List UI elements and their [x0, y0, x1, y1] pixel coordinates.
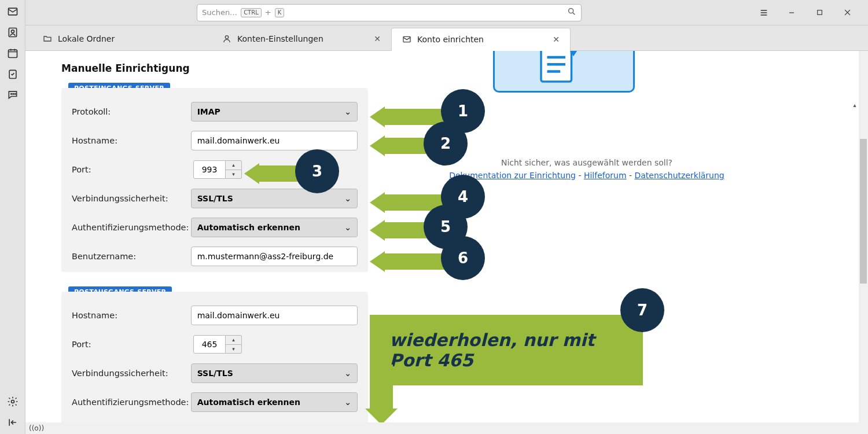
- app-sidebar: [0, 0, 25, 434]
- collapse-icon[interactable]: [7, 417, 19, 428]
- spinner-down-icon[interactable]: ▾: [226, 170, 241, 179]
- outgoing-port-input[interactable]: 465: [193, 335, 226, 354]
- input-value: 993: [202, 165, 218, 174]
- incoming-security-select[interactable]: SSL/TLS⌄: [191, 189, 358, 208]
- row-username: Benutzername: m.mustermann@ass2-freiburg…: [72, 242, 358, 271]
- label-auth: Authentifizierungsmethode:: [72, 398, 191, 407]
- label-username: Benutzername:: [72, 252, 191, 261]
- input-value: mail.domainwerk.eu: [197, 136, 280, 145]
- help-block: Nicht sicher, was ausgewählt werden soll…: [425, 158, 749, 180]
- menu-icon[interactable]: [757, 6, 771, 20]
- tab-account-setup[interactable]: Konto einrichten ✕: [391, 28, 571, 51]
- chat-icon[interactable]: [7, 89, 19, 101]
- tab-account-settings[interactable]: Konten-Einstellungen ✕: [212, 27, 391, 50]
- calendar-icon[interactable]: [7, 47, 19, 59]
- document-icon: [535, 51, 587, 86]
- window-controls: [757, 6, 863, 20]
- search-placeholder: Suchen… CTRL + K: [202, 8, 567, 17]
- scroll-up-icon[interactable]: ▴: [851, 102, 858, 109]
- chevron-down-icon: ⌄: [344, 223, 351, 232]
- outgoing-hostname-input[interactable]: mail.domainwerk.eu: [191, 306, 358, 325]
- protocol-select[interactable]: IMAP⌄: [191, 102, 358, 122]
- svg-point-6: [13, 94, 14, 95]
- input-value: m.mustermann@ass2-freiburg.de: [197, 252, 334, 261]
- titlebar: Suchen… CTRL + K: [0, 0, 868, 25]
- port-spinner[interactable]: ▴▾: [226, 335, 242, 354]
- scrollbar-thumb[interactable]: [860, 139, 867, 284]
- incoming-auth-select[interactable]: Automatisch erkennen⌄: [191, 218, 358, 237]
- contacts-icon[interactable]: [7, 27, 19, 38]
- outgoing-security-select[interactable]: SSL/TLS⌄: [191, 363, 358, 383]
- svg-point-9: [569, 8, 573, 13]
- mail-icon[interactable]: [7, 6, 19, 17]
- label-security: Verbindungssicherheit:: [72, 194, 191, 203]
- annotation-arrow-down-head: [365, 409, 398, 422]
- search-placeholder-text: Suchen…: [202, 8, 237, 17]
- incoming-hostname-input[interactable]: mail.domainwerk.eu: [191, 131, 358, 150]
- chevron-down-icon: ⌄: [344, 194, 351, 203]
- row-hostname-out: Hostname: mail.domainwerk.eu: [72, 301, 358, 330]
- separator: -: [576, 171, 584, 180]
- account-icon: [222, 34, 231, 43]
- tab-local-folders[interactable]: Lokale Ordner: [32, 27, 212, 50]
- svg-rect-10: [817, 10, 822, 15]
- status-bar: ((o)): [25, 422, 44, 434]
- svg-point-8: [11, 400, 14, 403]
- tab-label: Konto einrichten: [417, 35, 484, 44]
- help-question: Nicht sicher, was ausgewählt werden soll…: [425, 158, 749, 167]
- global-search[interactable]: Suchen… CTRL + K: [197, 4, 582, 21]
- row-auth-out: Authentifizierungsmethode: Automatisch e…: [72, 388, 358, 417]
- incoming-username-input[interactable]: m.mustermann@ass2-freiburg.de: [191, 247, 358, 266]
- chevron-down-icon: ⌄: [344, 369, 351, 378]
- tab-label: Konten-Einstellungen: [237, 34, 323, 43]
- spinner-down-icon[interactable]: ▾: [226, 345, 241, 354]
- status-text: ((o)): [29, 424, 44, 432]
- maximize-button[interactable]: [812, 6, 826, 20]
- svg-point-5: [10, 94, 12, 95]
- close-button[interactable]: [840, 6, 854, 20]
- incoming-port-input[interactable]: 993: [193, 160, 226, 179]
- select-value: Automatisch erkennen: [197, 223, 300, 232]
- select-value: SSL/TLS: [197, 369, 233, 378]
- outgoing-auth-select[interactable]: Automatisch erkennen⌄: [191, 392, 358, 412]
- input-value: 465: [202, 340, 218, 349]
- label-port: Port:: [72, 165, 193, 174]
- kbd-plus: +: [265, 8, 271, 17]
- link-privacy[interactable]: Datenschutzerklärung: [635, 171, 724, 180]
- annotation-banner: wiederholen, nur mit Port 465: [370, 315, 643, 385]
- tasks-icon[interactable]: [7, 68, 19, 80]
- kbd-k: K: [275, 8, 285, 17]
- row-protocol: Protokoll: IMAP⌄: [72, 97, 358, 126]
- annotation-circle-3: 3: [295, 149, 339, 193]
- tab-close-icon[interactable]: ✕: [374, 34, 381, 43]
- port-spinner[interactable]: ▴▾: [226, 160, 242, 179]
- row-security-out: Verbindungssicherheit: SSL/TLS⌄: [72, 359, 358, 388]
- svg-point-7: [14, 94, 16, 95]
- spinner-up-icon[interactable]: ▴: [226, 336, 241, 345]
- tabstrip: Lokale Ordner Konten-Einstellungen ✕ Kon…: [25, 25, 868, 51]
- separator: -: [627, 171, 635, 180]
- svg-point-11: [225, 36, 228, 39]
- minimize-button[interactable]: [785, 6, 799, 20]
- select-value: IMAP: [197, 107, 220, 116]
- label-protocol: Protokoll:: [72, 107, 191, 116]
- annotation-circle-6: 6: [441, 236, 485, 280]
- chevron-down-icon: ⌄: [344, 107, 351, 116]
- annotation-circle-7: 7: [620, 288, 664, 332]
- annotation-circle-2: 2: [424, 122, 468, 165]
- settings-icon[interactable]: [7, 396, 19, 407]
- main-content: ▴ Manuelle Einrichtigung POSTEINGANGS-SE…: [25, 51, 859, 422]
- search-icon[interactable]: [567, 7, 576, 19]
- page-title: Manuelle Einrichtigung: [61, 62, 190, 74]
- link-forum[interactable]: Hilfeforum: [584, 171, 627, 180]
- label-port: Port:: [72, 340, 193, 349]
- svg-point-2: [11, 30, 14, 33]
- svg-rect-13: [541, 51, 572, 82]
- svg-rect-3: [8, 50, 17, 57]
- label-auth: Authentifizierungsmethode:: [72, 223, 191, 232]
- spinner-up-icon[interactable]: ▴: [226, 161, 241, 170]
- outgoing-panel: Hostname: mail.domainwerk.eu Port: 465 ▴…: [61, 292, 368, 422]
- kbd-ctrl: CTRL: [241, 8, 262, 17]
- annotation-arrow-down: [370, 365, 393, 410]
- tab-close-icon[interactable]: ✕: [553, 35, 560, 44]
